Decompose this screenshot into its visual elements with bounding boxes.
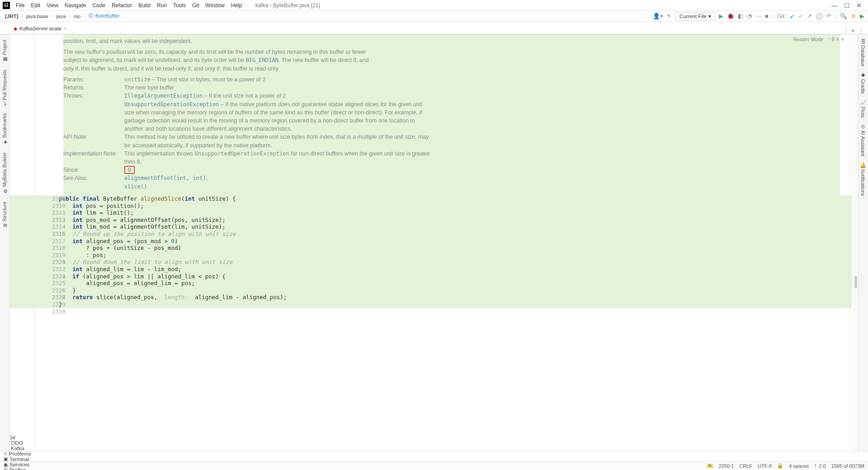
code-line[interactable]: 2329 } [45, 301, 858, 308]
line-number: 2313 [45, 216, 70, 224]
breadcrumb-root[interactable]: [JRT] [4, 13, 19, 19]
chevron-down-icon: ▾ [708, 13, 711, 19]
breadcrumb-class[interactable]: ⓒ ByteBuffer [87, 12, 121, 20]
overview-ruler[interactable] [852, 34, 858, 451]
ai-assistant-icon: ◎ [860, 123, 866, 129]
reader-mode-widget[interactable]: Reader Mode ↑ 6 ∧ ∨ [793, 36, 844, 42]
tool-notifications[interactable]: 🔔 Notifications [860, 159, 866, 199]
code-line[interactable]: 2322 int aligned_lim = lim - lim_mod; [45, 266, 858, 273]
chevron-right-icon: › [69, 14, 70, 19]
line-number: 2316 [45, 230, 70, 238]
menu-tools[interactable]: Tools [170, 1, 189, 9]
code-line[interactable]: 2324 if (aligned_pos > lim || aligned_li… [45, 273, 858, 280]
git-push-icon[interactable]: ↗ [807, 13, 812, 19]
menu-file[interactable]: File [13, 1, 28, 9]
execute-icon[interactable]: ▶ [860, 13, 864, 19]
code-line[interactable]: 2310 int pos = position(); [45, 202, 858, 210]
tab-kafkaserver-scala[interactable]: ◆KafkaServer.scala× [10, 23, 91, 34]
line-number: 2314 [45, 223, 70, 230]
back-icon[interactable]: ↖ [667, 13, 672, 19]
debug-icon[interactable]: 🐞 [727, 13, 734, 19]
bottom-toolbar: ψ Git≡ TODO🪶 Kafka⊘ Problems▣ Terminal◉ … [0, 451, 868, 461]
tool-mybatis-builder[interactable]: ⚙ MyBatis Builder [2, 149, 8, 197]
left-toolbar: ▦ Project↩ Pull Requests★ Bookmarks⚙ MyB… [0, 34, 10, 451]
database-icon: 🗄 [860, 39, 866, 44]
tool-gradle[interactable]: ◆ Gradle [860, 69, 866, 97]
readonly-indicator[interactable]: R [707, 464, 713, 468]
menu-navigate[interactable]: Navigate [61, 1, 89, 9]
run-icon[interactable]: ▶ [719, 13, 723, 19]
menu-refactor[interactable]: Refactor [108, 1, 135, 9]
more-tabs-icon[interactable]: ⋮ [858, 28, 863, 34]
git-update-icon[interactable]: ↙ [790, 13, 795, 19]
tool-services[interactable]: ◉ Services [4, 462, 52, 467]
code-line[interactable]: 2309 public final ByteBuffer alignedSlic… [45, 195, 858, 202]
profile-icon[interactable]: ◔ [747, 13, 752, 19]
close-tab-icon[interactable]: × [64, 26, 66, 31]
breadcrumb-part[interactable]: java [55, 13, 67, 19]
code-line[interactable]: 2316 // Round up the position to align w… [45, 230, 858, 238]
line-number: 2321 [45, 258, 70, 266]
breadcrumb-part[interactable]: nio [72, 13, 82, 19]
code-line[interactable]: 2318 ? pos + (unitSize - pos_mod) [45, 244, 858, 252]
coverage-icon[interactable]: ◧ [738, 13, 743, 19]
code-line[interactable]: 2314 int lim_mod = alignmentOffset(lim, … [45, 223, 858, 230]
code-line[interactable]: 2326 } [45, 287, 858, 294]
tool-structure[interactable]: ≣ Structure [2, 198, 8, 231]
scroll-thumb[interactable] [854, 276, 857, 289]
status-memory[interactable]: 1595 of 8073M [831, 463, 864, 469]
lock-icon[interactable]: 🔒 [777, 463, 783, 469]
code-line[interactable]: 2328 return slice(aligned_pos, length: a… [45, 294, 858, 301]
user-icon[interactable]: 👤▾ [653, 13, 663, 19]
tool-problems[interactable]: ⊘ Problems [4, 451, 52, 456]
menu-edit[interactable]: Edit [28, 1, 43, 9]
code-line[interactable]: 2313 int pos_mod = alignmentOffset(pos, … [45, 216, 858, 224]
code-area[interactable]: 2309 public final ByteBuffer alignedSlic… [10, 195, 858, 308]
tool-database[interactable]: 🗄 Database [860, 36, 866, 69]
menu-git[interactable]: Git [189, 1, 202, 9]
code-line[interactable]: 2321 // Round down the limit to align wi… [45, 258, 858, 266]
line-number: 2319 [45, 252, 70, 259]
tool-plots[interactable]: 📈 Plots [860, 97, 866, 121]
run-config-selector[interactable]: Current File ▾ [675, 12, 715, 20]
titlebar: IJ FileEditViewNavigateCodeRefactorBuild… [0, 0, 868, 11]
editor[interactable]: Reader Mode ↑ 6 ∧ ∨ position, limit, and… [10, 34, 858, 451]
status-indent[interactable]: 4 spaces [789, 463, 809, 469]
menu-code[interactable]: Code [89, 1, 108, 9]
tool-project[interactable]: ▦ Project [2, 36, 8, 66]
tool-pull-requests[interactable]: ↩ Pull Requests [2, 66, 8, 109]
status-caret[interactable]: 2250:1 [719, 463, 734, 469]
menu-run[interactable]: Run [154, 1, 170, 9]
ide-settings-icon[interactable]: ⚙ [851, 13, 856, 19]
tool-ai-assistant[interactable]: ◎ AI Assistant [860, 121, 866, 159]
code-line[interactable]: 2317 int aligned_pos = (pos_mod > 0) [45, 238, 858, 245]
status-encoding[interactable]: UTF-8 [758, 463, 772, 469]
tool-terminal[interactable]: ▣ Terminal [4, 456, 52, 462]
menu-build[interactable]: Build [135, 1, 154, 9]
tool-profiler[interactable]: ◷ Profiler [4, 467, 52, 470]
tool-bookmarks[interactable]: ★ Bookmarks [2, 109, 8, 149]
breadcrumb-part[interactable]: java.base [25, 13, 50, 19]
close-icon[interactable]: ✕ [856, 2, 862, 9]
git-history-icon[interactable]: 🕘 [816, 13, 823, 19]
git-commit-icon[interactable]: ✓ [798, 13, 803, 19]
chevron-down-icon[interactable]: ▾ [852, 28, 854, 34]
code-line[interactable]: 2311 int lim = limit(); [45, 209, 858, 216]
search-icon[interactable]: 🔍 [840, 13, 847, 19]
line-number: 2322 [45, 266, 70, 273]
more-run-icon[interactable]: ⋯ [755, 13, 761, 19]
vcs-widget-icon[interactable]: ᚶ [845, 28, 848, 34]
code-line[interactable]: 2325 aligned_pos = aligned_lim = pos; [45, 280, 858, 287]
status-git-branch[interactable]: ᚶ 2.0 [814, 463, 826, 469]
stop-icon[interactable]: ■ [765, 13, 769, 19]
status-line-sep[interactable]: CRLF [739, 463, 752, 469]
menu-help[interactable]: Help [228, 1, 245, 9]
menu-window[interactable]: Window [202, 1, 228, 9]
maximize-icon[interactable]: ☐ [844, 2, 850, 9]
menu-view[interactable]: View [43, 1, 61, 9]
git-rollback-icon[interactable]: ↶ [826, 13, 831, 19]
status-tooltip-icon[interactable]: ▭ [4, 463, 8, 469]
minimize-icon[interactable]: — [831, 2, 838, 9]
code-line[interactable]: 2319 : pos; [45, 252, 858, 259]
structure-icon: ≣ [2, 223, 8, 227]
